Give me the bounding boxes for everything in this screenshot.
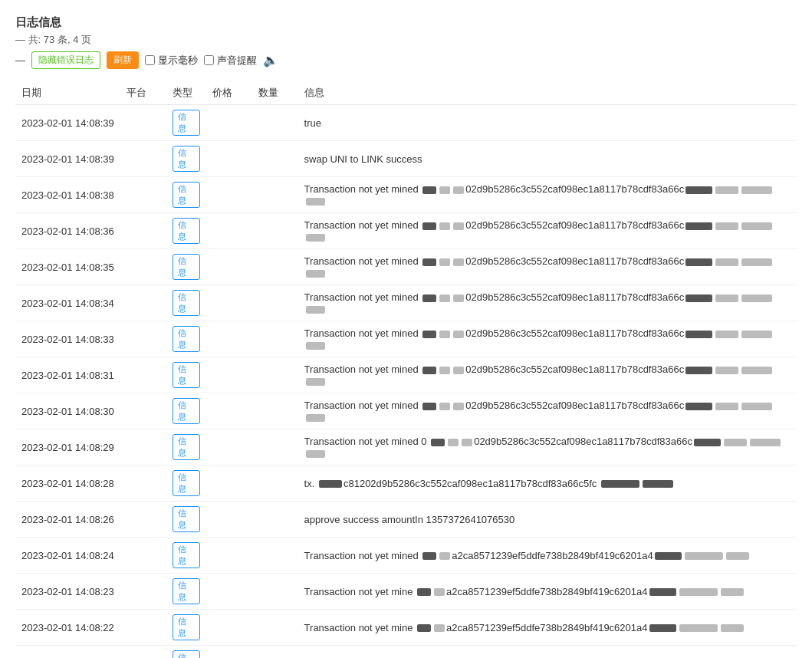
hash-text: 02d9b5286c3c552caf098ec1a8117b78cdf83a66… [465,327,684,339]
cell-info: Transaction not yet mined 0 02d9b5286c3c… [298,429,797,466]
cell-price [206,249,252,285]
col-platform: 平台 [120,81,166,105]
cell-date: 2023-02-01 14:08:26 [15,502,120,538]
cell-amount [252,502,298,538]
cell-type: 信息 [166,213,206,249]
cell-platform [120,610,166,646]
hash-text: 02d9b5286c3c552caf098ec1a8117b78cdf83a66… [465,255,684,267]
cell-type: 信息 [166,610,206,646]
hash-text: 02d9b5286c3c552caf098ec1a8117b78cdf83a66… [474,436,692,447]
cell-price [206,610,252,646]
cell-type: 信息 [166,466,206,502]
type-badge: 信息 [173,470,200,496]
type-badge: 信息 [173,362,200,388]
table-row: 2023-02-01 14:08:28信息tx. c81202d9b5286c3… [15,466,797,502]
cell-info: Transaction not yet mine a2ca8571239ef5d… [298,610,797,646]
type-badge: 信息 [173,578,200,604]
cell-platform [120,249,166,285]
table-row: 2023-02-01 14:08:33信息Transaction not yet… [15,321,797,357]
cell-info: Transaction not yet mined 02d9b5286c3c55… [298,177,797,213]
cell-amount [252,610,298,646]
cell-platform [120,393,166,429]
cell-price [206,393,252,429]
cell-amount [252,141,298,177]
type-badge: 信息 [173,434,200,460]
type-badge: 信息 [173,542,200,568]
cell-type: 信息 [166,574,206,610]
cell-info: Transaction not yet mined a2ca8571239ef5… [298,538,797,574]
col-type: 类型 [166,81,206,105]
cell-type: 信息 [166,538,206,574]
table-row: 2023-02-01 14:08:23信息Transaction not yet… [15,574,797,610]
cell-info: Transaction not yet mined 02d9b5286c3c55… [298,285,797,321]
hash-text: 02d9b5286c3c552caf098ec1a8117b78cdf83a66… [465,183,684,195]
cell-date: 2023-02-01 14:08:29 [15,429,120,466]
cell-amount [252,321,298,357]
cell-amount [252,249,298,285]
cell-amount [252,213,298,249]
cell-amount [252,466,298,502]
meta-total: — 共: 73 条, 4 页 [15,33,797,47]
cell-amount [252,177,298,213]
cell-platform [120,357,166,393]
hash-text: 02d9b5286c3c552caf098ec1a8117b78cdf83a66… [465,400,684,411]
cell-type: 信息 [166,646,206,659]
cell-date: 2023-02-01 14:08:24 [15,538,120,574]
cell-platform [120,466,166,502]
table-row: 2023-02-01 14:08:24信息Transaction not yet… [15,538,797,574]
cell-type: 信息 [166,357,206,393]
cell-amount [252,393,298,429]
cell-info: Transaction not yet mined 02d9b5286c3c55… [298,357,797,393]
log-table: 日期 平台 类型 价格 数量 信息 2023-02-01 14:08:39信息t… [15,81,797,658]
cell-date: 2023-02-01 14:08:21 [15,646,120,659]
table-row: 2023-02-01 14:08:29信息Transaction not yet… [15,429,797,466]
table-row: 2023-02-01 14:08:22信息Transaction not yet… [15,610,797,646]
cell-info: Transaction not yet mined 02d9b5286c3c55… [298,213,797,249]
table-row: 2023-02-01 14:08:26信息approve success amo… [15,502,797,538]
show-ms-checkbox-label[interactable]: 显示毫秒 [145,54,198,67]
toolbar: — 隐藏错误日志 刷新 显示毫秒 声音提醒 🔈 [15,51,797,69]
table-row: 2023-02-01 14:08:34信息Transaction not yet… [15,285,797,321]
cell-amount [252,646,298,659]
cell-info: Transaction not yet mine a2ca8571239ef5d… [298,574,797,610]
cell-info: swap UNI to LINK success [298,141,797,177]
cell-type: 信息 [166,429,206,466]
cell-price [206,213,252,249]
cell-info: Transaction not yet mined 02d9b5286c3c55… [298,249,797,285]
cell-type: 信息 [166,393,206,429]
show-ms-checkbox[interactable] [145,55,155,65]
sound-checkbox-label[interactable]: 声音提醒 [204,54,257,67]
cell-price [206,646,252,659]
type-badge: 信息 [173,218,200,244]
cell-info: approve success amountIn 135737264107653… [298,502,797,538]
refresh-button[interactable]: 刷新 [107,51,139,69]
table-row: 2023-02-01 14:08:35信息Transaction not yet… [15,249,797,285]
cell-date: 2023-02-01 14:08:35 [15,249,120,285]
cell-platform [120,538,166,574]
col-date: 日期 [15,81,120,105]
sound-checkbox[interactable] [204,55,214,65]
cell-price [206,429,252,466]
cell-platform [120,285,166,321]
hash-text: 02d9b5286c3c552caf098ec1a8117b78cdf83a66… [465,219,684,231]
table-row: 2023-02-01 14:08:30信息Transaction not yet… [15,393,797,429]
cell-date: 2023-02-01 14:08:23 [15,574,120,610]
cell-platform [120,213,166,249]
cell-price [206,357,252,393]
cell-price [206,538,252,574]
cell-type: 信息 [166,285,206,321]
cell-platform [120,429,166,466]
tx-hash: c81202d9b5286c3c552caf098ec1a8117b78cdf8… [344,478,597,489]
cell-date: 2023-02-01 14:08:39 [15,141,120,177]
cell-date: 2023-02-01 14:08:33 [15,321,120,357]
hide-error-button[interactable]: 隐藏错误日志 [31,51,100,69]
cell-amount [252,357,298,393]
type-badge: 信息 [173,290,200,316]
cell-type: 信息 [166,141,206,177]
sound-icon[interactable]: 🔈 [263,53,278,67]
cell-platform [120,177,166,213]
type-badge: 信息 [173,506,200,532]
table-header-row: 日期 平台 类型 价格 数量 信息 [15,81,797,105]
cell-date: 2023-02-01 14:08:22 [15,610,120,646]
cell-price [206,177,252,213]
